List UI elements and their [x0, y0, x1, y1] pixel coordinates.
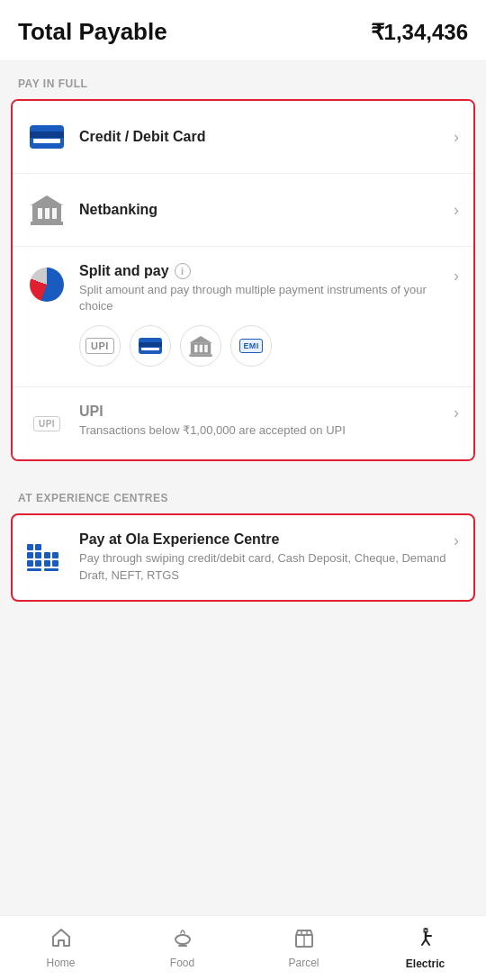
experience-centre-option[interactable]: Pay at Ola Experience Centre Pay through… — [11, 513, 475, 601]
win — [44, 560, 50, 567]
split-icon — [27, 265, 67, 304]
credit-card-graphic — [30, 125, 64, 149]
upi-logo-main: UPI — [33, 416, 60, 431]
bank-base — [31, 222, 63, 225]
svg-rect-6 — [302, 930, 307, 935]
bank-col — [52, 208, 57, 219]
bank-col — [45, 208, 50, 219]
nav-label-electric: Electric — [406, 957, 445, 970]
split-upi-badge: UPI — [79, 325, 121, 367]
split-pay-option[interactable]: Split and pay i Split amount and pay thr… — [13, 247, 473, 387]
upi-option[interactable]: UPI UPI Transactions below ₹1,00,000 are… — [13, 387, 473, 459]
split-icons-row: UPI — [79, 325, 446, 370]
split-pay-title: Split and pay i — [79, 263, 446, 279]
upi-logo-small: UPI — [86, 338, 114, 354]
base — [27, 568, 41, 571]
chevron-right-icon: › — [454, 531, 459, 550]
bank-graphic — [31, 195, 63, 225]
page-title: Total Payable — [18, 18, 167, 46]
upi-subtitle: Transactions below ₹1,00,000 are accepte… — [79, 422, 446, 439]
chevron-right-icon: › — [454, 201, 459, 220]
info-icon[interactable]: i — [175, 263, 191, 279]
bank-col — [38, 208, 42, 219]
nav-item-parcel[interactable]: Parcel — [243, 921, 364, 976]
win — [52, 552, 58, 558]
win — [35, 552, 41, 558]
nav-item-electric[interactable]: Electric — [364, 920, 486, 977]
upi-title: UPI — [79, 404, 446, 420]
bank-body — [32, 205, 61, 222]
nav-item-food[interactable]: Food — [122, 921, 243, 976]
bank-roof — [189, 336, 212, 343]
parcel-icon — [293, 928, 315, 953]
win — [35, 560, 41, 567]
nav-label-parcel: Parcel — [288, 957, 319, 969]
win — [27, 544, 33, 550]
experience-centre-content: Pay at Ola Experience Centre Pay through… — [79, 531, 446, 583]
electric-icon — [413, 927, 438, 954]
win — [27, 552, 33, 558]
section-label-pay-full: PAY IN FULL — [0, 61, 486, 99]
split-pay-subtitle: Split amount and pay through multiple pa… — [79, 282, 446, 314]
nav-label-home: Home — [46, 957, 75, 969]
bank-col — [199, 345, 202, 352]
nav-label-food: Food — [170, 957, 194, 969]
win — [35, 544, 41, 550]
card-icon — [27, 117, 67, 157]
upi-icon: UPI — [27, 404, 67, 443]
upi-content: UPI Transactions below ₹1,00,000 are acc… — [79, 404, 446, 439]
experience-centre-subtitle: Pay through swiping credit/debit card, C… — [79, 550, 446, 583]
chevron-right-icon: › — [454, 267, 459, 286]
base — [44, 568, 58, 571]
nav-item-home[interactable]: Home — [0, 921, 122, 976]
credit-debit-title: Credit / Debit Card — [79, 129, 446, 145]
card-stripe — [30, 132, 64, 138]
netbanking-option[interactable]: Netbanking › — [13, 174, 473, 247]
split-card-badge — [130, 325, 171, 367]
split-emi-badge: EMI — [230, 325, 272, 367]
bank-col — [194, 345, 198, 352]
credit-debit-content: Credit / Debit Card — [79, 129, 446, 145]
section-label-experience: AT EXPERIENCE CENTRES — [0, 476, 486, 513]
win — [52, 560, 58, 567]
pie-graphic — [30, 268, 64, 302]
page-header: Total Payable ₹1,34,436 — [0, 0, 486, 61]
split-bank-badge — [180, 325, 221, 367]
bottom-navigation: Home Food Parcel — [0, 915, 486, 980]
split-pay-content: Split and pay i Split amount and pay thr… — [79, 263, 446, 370]
experience-centre-title: Pay at Ola Experience Centre — [79, 531, 446, 548]
credit-debit-option[interactable]: Credit / Debit Card › — [13, 101, 473, 174]
bank-icon — [27, 190, 67, 230]
netbanking-title: Netbanking — [79, 202, 446, 218]
home-icon — [50, 928, 72, 953]
building-icon — [27, 531, 67, 571]
bank-body — [191, 343, 211, 355]
chevron-right-icon: › — [454, 128, 459, 147]
svg-rect-9 — [423, 930, 425, 931]
bank-base — [189, 354, 212, 357]
bank-col — [204, 345, 208, 352]
card-stripe — [139, 342, 162, 347]
win — [44, 552, 50, 558]
win — [27, 560, 33, 567]
bank-graphic-small — [189, 336, 212, 357]
total-amount: ₹1,34,436 — [371, 20, 468, 45]
emi-logo: EMI — [239, 339, 264, 353]
netbanking-content: Netbanking — [79, 202, 446, 218]
bank-roof — [31, 195, 63, 205]
food-icon — [172, 928, 194, 953]
chevron-right-icon: › — [454, 404, 459, 422]
split-card-graphic — [139, 338, 162, 354]
pay-in-full-box: Credit / Debit Card › Netbanking — [11, 99, 475, 461]
svg-rect-10 — [426, 930, 428, 931]
